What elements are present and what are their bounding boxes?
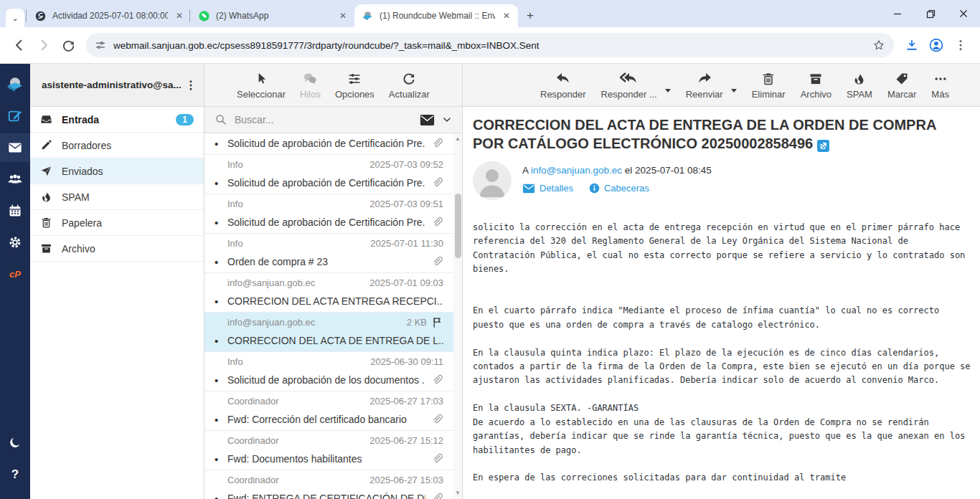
contacts-nav-button[interactable] — [0, 165, 30, 194]
open-in-new-window-icon[interactable] — [817, 140, 829, 152]
flame-icon — [40, 191, 52, 203]
tab-close-icon[interactable]: ✕ — [337, 11, 349, 21]
profile-button[interactable] — [924, 33, 948, 57]
scroll-down-arrow[interactable]: ▼ — [453, 489, 462, 498]
headers-link[interactable]: Cabeceras — [589, 183, 649, 194]
list-item[interactable]: info@sanjuan.gob.ec2025-07-01 09:03 •COR… — [204, 273, 453, 313]
message-body: solicito la corrección en el acta de ent… — [473, 221, 970, 485]
search-input[interactable] — [235, 114, 413, 125]
settings-nav-button[interactable] — [0, 228, 30, 257]
bookmark-star-icon[interactable] — [872, 39, 885, 52]
attachment-icon — [431, 374, 443, 386]
unread-dot: • — [215, 217, 222, 229]
unread-dot: • — [215, 295, 222, 308]
unread-dot: • — [215, 374, 222, 386]
mail-nav-button[interactable] — [0, 133, 30, 162]
browser-tab-actividad[interactable]: Actividad 2025-07-01 08:00:00 ✕ — [27, 4, 191, 27]
unread-dot: • — [215, 256, 222, 268]
select-button[interactable]: Seleccionar — [237, 72, 286, 100]
account-menu-button[interactable]: ⋮ — [184, 78, 198, 92]
search-bar — [204, 107, 462, 133]
new-tab-button[interactable]: + — [521, 6, 540, 25]
folder-enviados[interactable]: Enviados — [30, 158, 204, 184]
list-item[interactable]: Info2025-06-30 09:11 •Solicitud de aprob… — [204, 352, 453, 391]
threads-button[interactable]: Hilos — [300, 72, 321, 100]
list-item[interactable]: Coordinador2025-06-27 15:03 •Fwd: ENTREG… — [204, 470, 453, 499]
attachment-icon — [431, 217, 443, 229]
reply-button[interactable]: Responder — [540, 72, 586, 100]
pencil-icon — [40, 139, 52, 151]
url-bar[interactable]: webmail.sanjuan.gob.ec/cpsess8918591777/… — [86, 33, 894, 57]
flag-icon[interactable] — [431, 316, 443, 328]
refresh-list-button[interactable]: Actualizar — [389, 72, 430, 100]
list-item[interactable]: Coordinador2025-06-27 15:12 •Fwd: Docume… — [204, 431, 453, 470]
message-view-panel: Responder Responder ... Reenviar Elimina… — [463, 64, 980, 499]
to-line: A info@sanjuan.gob.ec el 2025-07-01 08:4… — [522, 165, 712, 176]
unread-dot: • — [215, 414, 222, 426]
folder-label: Borradores — [62, 140, 194, 151]
recipient-email-link[interactable]: info@sanjuan.gob.ec — [531, 165, 622, 176]
downloads-button[interactable] — [900, 33, 924, 57]
window-minimize-button[interactable] — [881, 0, 914, 27]
tab-close-icon[interactable]: ✕ — [501, 11, 512, 21]
scroll-up-arrow[interactable]: ▲ — [453, 135, 462, 143]
reply-all-caret[interactable] — [665, 89, 671, 92]
tab-close-icon[interactable]: ✕ — [174, 11, 185, 21]
list-item[interactable]: Coordinador2025-06-27 17:03 •Fwd: Correc… — [204, 391, 453, 431]
mark-button[interactable]: Marcar — [887, 72, 916, 100]
list-item[interactable]: Info2025-07-03 09:52 •Solicitud de aprob… — [204, 155, 453, 194]
forward-caret[interactable] — [731, 89, 737, 92]
list-item-selected[interactable]: info@sanjuan.gob.ec2 KB •CORRECCION DEL … — [204, 313, 453, 352]
folder-spam[interactable]: SPAM — [30, 184, 204, 210]
browser-tab-whatsapp[interactable]: (2) WhatsApp ✕ — [191, 4, 354, 27]
whatsapp-favicon — [198, 10, 210, 22]
list-item[interactable]: Info2025-07-03 09:51 •Solicitud de aprob… — [204, 194, 453, 234]
back-button[interactable] — [7, 33, 32, 57]
dark-mode-toggle[interactable] — [0, 429, 30, 457]
search-options-chevron-icon[interactable] — [442, 115, 452, 125]
browser-tab-roundcube-active[interactable]: (1) Roundcube Webmail :: Envia ✕ — [354, 4, 518, 27]
archive-button[interactable]: Archivo — [801, 72, 831, 100]
spam-button[interactable]: SPAM — [847, 72, 872, 100]
folder-archivo[interactable]: Archivo — [30, 236, 204, 262]
folder-label: SPAM — [62, 191, 194, 203]
refresh-button[interactable] — [56, 33, 80, 57]
more-button[interactable]: Más — [931, 72, 949, 100]
forward-icon — [696, 72, 713, 86]
options-button[interactable]: Opciones — [335, 72, 374, 100]
calendar-nav-button[interactable] — [0, 196, 30, 225]
list-item[interactable]: •Solicitud de aprobación de Certificació… — [204, 133, 453, 155]
tag-icon — [895, 72, 909, 86]
help-button[interactable]: ? — [0, 460, 30, 489]
browser-tab-strip: ⌄ Actividad 2025-07-01 08:00:00 ✕ (2) Wh… — [0, 0, 980, 27]
browser-menu-button[interactable] — [948, 33, 973, 57]
flame-icon — [852, 72, 866, 86]
list-scrollbar[interactable]: ▲ ▼ — [453, 133, 462, 499]
scrollbar-thumb[interactable] — [455, 194, 461, 258]
search-scope-mail-icon[interactable] — [420, 114, 435, 126]
account-email: asistente-administrativo@sa... — [42, 80, 184, 90]
site-settings-icon[interactable] — [95, 39, 106, 51]
attachment-icon — [431, 453, 443, 465]
info-icon — [589, 183, 600, 194]
details-link[interactable]: Detalles — [522, 183, 573, 194]
list-item[interactable]: Info2025-07-01 11:30 •Orden de compra # … — [204, 234, 453, 273]
folder-papelera[interactable]: Papelera — [30, 210, 204, 236]
sliders-icon — [347, 72, 362, 86]
window-restore-button[interactable] — [914, 0, 947, 27]
forward-button[interactable]: Reenviar — [686, 72, 723, 100]
url-text: webmail.sanjuan.gob.ec/cpsess8918591777/… — [113, 40, 865, 51]
folder-borradores[interactable]: Borradores — [30, 133, 204, 158]
attachment-icon — [431, 177, 443, 189]
forward-button[interactable] — [32, 33, 56, 57]
window-close-button[interactable] — [947, 0, 980, 27]
cpanel-logo[interactable]: cP — [0, 260, 30, 288]
tab-search-button[interactable]: ⌄ — [6, 9, 24, 27]
reply-all-button[interactable]: Responder ... — [601, 72, 657, 100]
delete-button[interactable]: Eliminar — [752, 72, 786, 100]
compose-button[interactable] — [0, 102, 30, 130]
message-list-panel: Seleccionar Hilos Opciones Actualizar — [204, 64, 463, 499]
folder-entrada[interactable]: Entrada 1 — [30, 107, 204, 133]
unread-count-badge: 1 — [176, 114, 194, 125]
roundcube-logo — [0, 70, 30, 99]
